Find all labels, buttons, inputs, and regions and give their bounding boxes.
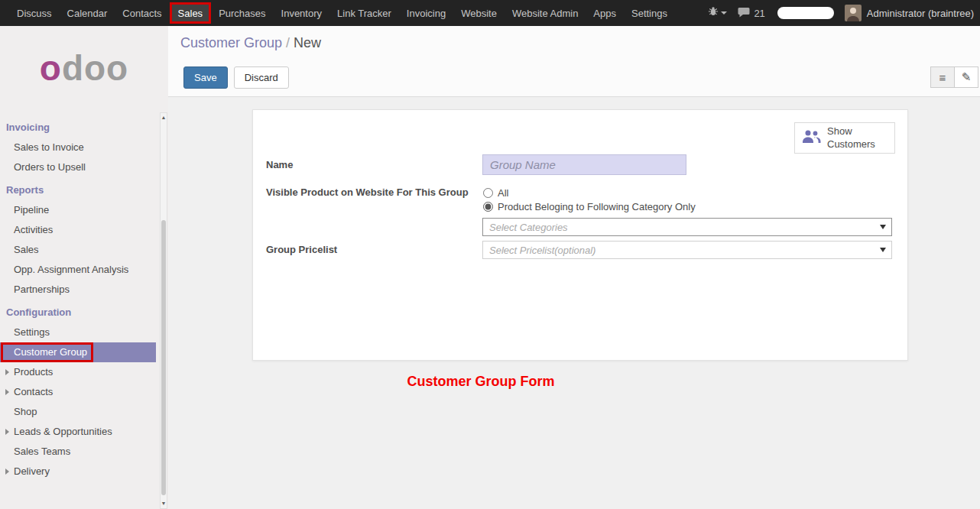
sidebar-item-sales[interactable]: Sales [0, 240, 156, 260]
form-view-button[interactable]: ✎ [954, 66, 978, 88]
topnav-sales[interactable]: Sales [170, 2, 212, 24]
sidebar: odoo Invoicing Sales to Invoice Orders t… [0, 26, 168, 509]
list-icon: ≡ [939, 71, 946, 84]
topnav-discuss[interactable]: Discuss [9, 0, 60, 26]
radio-all-label: All [498, 187, 508, 199]
top-menu: Discuss Calendar Contacts Sales Purchase… [0, 0, 675, 26]
sidebar-item-activities[interactable]: Activities [0, 220, 156, 240]
sidebar-item-leads-opportunities[interactable]: Leads & Opportunities [0, 422, 156, 442]
logo-letters: doo [62, 47, 128, 89]
sidebar-item-label: Delivery [14, 465, 50, 477]
expand-arrow-icon [5, 369, 9, 375]
pricelist-label: Group Pricelist [266, 241, 482, 255]
topbar: Discuss Calendar Contacts Sales Purchase… [0, 0, 980, 26]
section-title-configuration: Configuration [0, 303, 168, 323]
control-panel: Customer Group/New Save Discard ≡ ✎ [168, 26, 980, 97]
sidebar-item-partnerships[interactable]: Partnerships [0, 280, 156, 300]
radio-category-only[interactable]: Product Beloging to Following Category O… [482, 199, 892, 213]
bug-icon [708, 6, 719, 20]
topnav-purchases[interactable]: Purchases [211, 0, 273, 26]
pricelist-row: Group Pricelist Select Pricelist(optiona… [266, 241, 892, 259]
topnav-settings[interactable]: Settings [624, 0, 675, 26]
categories-select[interactable]: Select Categories [482, 218, 892, 236]
view-switcher: ≡ ✎ [930, 66, 978, 88]
breadcrumb-separator: / [282, 35, 294, 50]
show-customers-button[interactable]: Show Customers [794, 122, 895, 154]
sidebar-menu: Invoicing Sales to Invoice Orders to Ups… [0, 118, 168, 481]
messages-indicator[interactable]: 21 [738, 7, 764, 20]
topnav-website-admin[interactable]: Website Admin [505, 0, 586, 26]
sidebar-item-label: Customer Group [14, 346, 87, 358]
sidebar-scrollbar[interactable]: ▲ ▼ [160, 112, 167, 509]
sidebar-section-invoicing: Invoicing Sales to Invoice Orders to Ups… [0, 118, 168, 177]
topnav-inventory[interactable]: Inventory [274, 0, 329, 26]
spacer [266, 218, 482, 222]
radio-category-only-label: Product Beloging to Following Category O… [498, 201, 696, 212]
chevron-down-icon [721, 11, 727, 15]
sidebar-item-contacts[interactable]: Contacts [0, 382, 156, 402]
sidebar-section-configuration: Configuration Settings Customer Group Pr… [0, 303, 168, 481]
breadcrumb-customer-group[interactable]: Customer Group [180, 35, 282, 50]
sidebar-item-pipeline[interactable]: Pipeline [0, 200, 156, 220]
topnav-invoicing[interactable]: Invoicing [399, 0, 453, 26]
pricelist-select[interactable]: Select Pricelist(optional) [482, 241, 892, 259]
form-fields: Name Visible Product on Website For This… [266, 154, 892, 259]
scroll-up-icon[interactable]: ▲ [161, 114, 167, 122]
sidebar-item-customer-group[interactable]: Customer Group [0, 342, 156, 362]
sidebar-item-delivery[interactable]: Delivery [0, 462, 156, 481]
edit-form-icon: ✎ [962, 70, 972, 84]
radio-category-only-input[interactable] [483, 202, 493, 212]
sidebar-item-shop[interactable]: Shop [0, 402, 156, 422]
sidebar-item-orders-to-upsell[interactable]: Orders to Upsell [0, 157, 156, 177]
expand-arrow-icon [5, 468, 9, 475]
radio-all[interactable]: All [482, 186, 892, 199]
logo-letter: o [40, 47, 62, 89]
topnav-apps[interactable]: Apps [586, 0, 624, 26]
select-caret-icon [880, 225, 886, 229]
visibility-options: All Product Beloging to Following Catego… [482, 186, 892, 213]
topnav-calendar[interactable]: Calendar [60, 0, 115, 26]
debug-menu[interactable] [708, 6, 727, 20]
pricelist-placeholder: Select Pricelist(optional) [489, 245, 595, 256]
group-name-input[interactable] [482, 154, 686, 175]
breadcrumb-new: New [294, 35, 321, 50]
topnav-contacts[interactable]: Contacts [115, 0, 169, 26]
show-customers-label: Show Customers [827, 125, 878, 151]
sidebar-section-reports: Reports Pipeline Activities Sales Opp. A… [0, 180, 168, 300]
name-row: Name [266, 154, 892, 175]
scroll-down-icon[interactable]: ▼ [161, 500, 167, 507]
discard-button[interactable]: Discard [234, 66, 289, 89]
sidebar-item-label: Contacts [14, 386, 53, 397]
section-title-reports: Reports [0, 180, 168, 200]
categories-row: Select Categories [266, 218, 892, 236]
customers-group-icon [801, 129, 821, 147]
sidebar-item-settings[interactable]: Settings [0, 323, 156, 342]
status-pill[interactable] [777, 7, 834, 19]
sidebar-item-sales-to-invoice[interactable]: Sales to Invoice [0, 138, 156, 157]
sidebar-item-products[interactable]: Products [0, 362, 156, 382]
scrollbar-thumb[interactable] [161, 220, 166, 495]
list-view-button[interactable]: ≡ [930, 66, 955, 88]
sidebar-item-sales-teams[interactable]: Sales Teams [0, 442, 156, 462]
messages-count: 21 [754, 8, 764, 19]
content-area: Show Customers Name Visible Product on W… [168, 97, 980, 509]
form-sheet: Show Customers Name Visible Product on W… [252, 109, 908, 361]
avatar[interactable] [845, 5, 862, 21]
expand-arrow-icon [5, 389, 9, 395]
expand-arrow-icon [5, 429, 9, 435]
visibility-row: Visible Product on Website For This Grou… [266, 186, 892, 213]
chat-bubble-icon [738, 7, 750, 20]
odoo-logo: odoo [0, 26, 168, 110]
categories-placeholder: Select Categories [489, 222, 568, 233]
annotation-caption: Customer Group Form [168, 374, 793, 390]
select-caret-icon [880, 248, 886, 252]
radio-all-input[interactable] [483, 188, 493, 198]
topnav-link-tracker[interactable]: Link Tracker [329, 0, 399, 26]
sidebar-item-opp-assignment-analysis[interactable]: Opp. Assignment Analysis [0, 260, 156, 280]
name-label: Name [266, 159, 482, 170]
sidebar-item-label: Products [14, 366, 53, 378]
section-title-invoicing: Invoicing [0, 118, 168, 138]
user-menu[interactable]: Administrator (braintree) [867, 8, 974, 19]
topnav-website[interactable]: Website [453, 0, 505, 26]
save-button[interactable]: Save [183, 66, 228, 89]
